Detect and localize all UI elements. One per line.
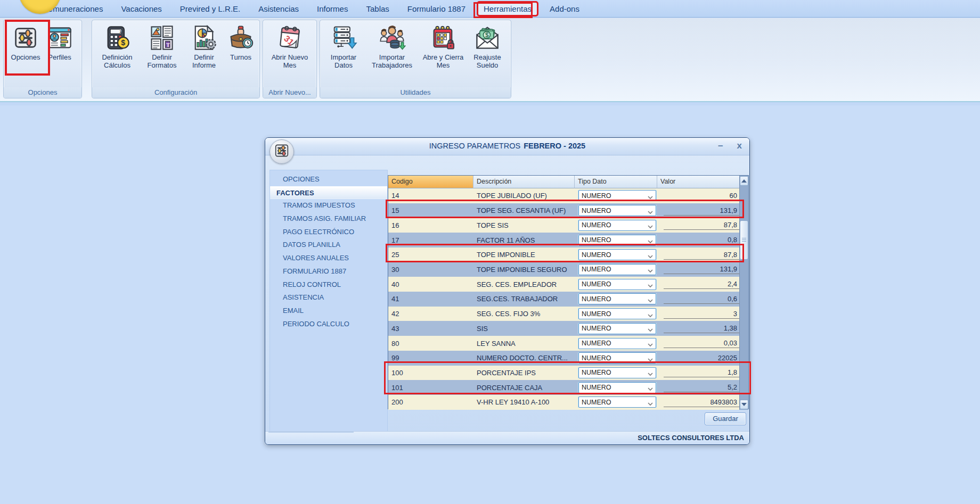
column-header-valor[interactable]: Valor xyxy=(657,176,740,188)
table-row-42[interactable]: 42SEG. CES. FIJO 3%NUMERO3 xyxy=(388,307,748,321)
chevron-down-icon xyxy=(648,282,653,286)
menu-item-previred-y-l-r-e[interactable]: Previred y L.R.E. xyxy=(175,3,246,15)
vertical-scrollbar[interactable] xyxy=(739,176,748,410)
sidebar-item-datos-planilla[interactable]: DATOS PLANILLA xyxy=(270,238,387,252)
valor-input[interactable]: 87,8 xyxy=(664,250,739,260)
tipo-dato-dropdown[interactable]: NUMERO xyxy=(578,338,656,349)
cell-valor: 22025 xyxy=(657,353,740,363)
cell-tipo-dato: NUMERO xyxy=(575,382,657,393)
cell-valor: 87,8 xyxy=(657,250,740,260)
valor-input[interactable]: 131,9 xyxy=(664,206,739,216)
menu-item-herramientas[interactable]: Herramientas xyxy=(478,3,537,15)
dialog-titlebar[interactable]: INGRESO PARAMETROSFEBRERO - 2025 – x xyxy=(265,138,749,155)
valor-input[interactable]: 0,03 xyxy=(664,338,739,348)
scroll-up-button[interactable] xyxy=(740,176,748,186)
ribbon-button-abre-y-cierra-mes[interactable]: Abre y Cierra Mes xyxy=(420,22,467,70)
ribbon-button-importar-trabajadores[interactable]: Importar Trabajadores xyxy=(364,22,420,70)
valor-input[interactable]: 22025 xyxy=(664,353,739,363)
close-button[interactable]: x xyxy=(737,140,742,152)
tipo-dato-dropdown[interactable]: NUMERO xyxy=(578,264,656,275)
ribbon-button-label: Reajuste Sueldo xyxy=(467,54,508,69)
valor-input[interactable]: 5,2 xyxy=(664,383,739,392)
tipo-dato-dropdown[interactable]: NUMERO xyxy=(578,190,656,201)
sidebar-item-pago-electr-nico[interactable]: PAGO ELECTRÓNICO xyxy=(270,226,387,239)
valor-input[interactable]: 60 xyxy=(664,191,739,201)
table-row-80[interactable]: 80LEY SANNANUMERO0,03 xyxy=(388,336,748,351)
menu-item-vacaciones[interactable]: Vacaciones xyxy=(116,3,167,15)
table-row-25[interactable]: 25TOPE IMPONIBLENUMERO87,8 xyxy=(388,247,748,262)
ribbon-button-importar-datos[interactable]: Importar Datos xyxy=(323,22,364,70)
ribbon-button-abrir-nuevo-mes[interactable]: 31Abrir Nuevo Mes xyxy=(264,22,315,70)
valor-input[interactable]: 3 xyxy=(664,309,739,319)
table-row-43[interactable]: 43SISNUMERO1,38 xyxy=(388,321,748,336)
tipo-dato-dropdown[interactable]: NUMERO xyxy=(578,382,656,393)
menu-item-asistencias[interactable]: Asistencias xyxy=(253,3,304,15)
ribbon-button-definir-formatos[interactable]: TDefinir Formatos xyxy=(140,22,184,70)
scrollbar-thumb[interactable] xyxy=(740,220,748,260)
sidebar-item-reloj-control[interactable]: RELOJ CONTROL xyxy=(270,278,387,292)
ribbon-button-definir-informe[interactable]: Definir Informe xyxy=(184,22,224,70)
sidebar-item-opciones[interactable]: OPCIONES xyxy=(270,173,387,186)
tipo-dato-dropdown[interactable]: NUMERO xyxy=(578,308,656,319)
table-row-15[interactable]: 15TOPE SEG. CESANTIA (UF)NUMERO131,9 xyxy=(388,203,748,218)
chevron-down-icon xyxy=(648,253,653,257)
ribbon-button-perfiles[interactable]: Perfiles xyxy=(43,22,77,63)
tipo-dato-dropdown[interactable]: NUMERO xyxy=(578,205,656,216)
menu-item-formulario-1887[interactable]: Formulario 1887 xyxy=(402,3,471,15)
sidebar-item-factores[interactable]: FACTORES xyxy=(270,186,387,200)
column-header-codigo[interactable]: Codigo xyxy=(388,176,473,188)
valor-input[interactable]: 87,8 xyxy=(664,220,739,230)
tipo-dato-dropdown[interactable]: NUMERO xyxy=(578,323,656,334)
ribbon-button-turnos[interactable]: Turnos xyxy=(224,22,257,63)
valor-input[interactable]: 0,8 xyxy=(664,235,739,245)
valor-input[interactable]: 1,38 xyxy=(664,324,739,333)
table-row-40[interactable]: 40SEG. CES. EMPLEADORNUMERO2,4 xyxy=(388,277,748,292)
chevron-down-icon xyxy=(648,341,653,345)
scroll-down-button[interactable] xyxy=(740,400,748,409)
valor-input[interactable]: 131,9 xyxy=(664,265,739,274)
ribbon-button-label: Definición Cálculos xyxy=(95,54,140,69)
calculator-icon: 1$ xyxy=(103,23,132,52)
menu-item-add-ons[interactable]: Add-ons xyxy=(544,3,585,15)
table-row-101[interactable]: 101PORCENTAJE CAJANUMERO5,2 xyxy=(388,380,748,395)
ribbon-button-opciones[interactable]: Opciones xyxy=(9,22,43,63)
table-row-100[interactable]: 100PORCENTAJE IPSNUMERO1,8 xyxy=(388,366,748,381)
minimize-button[interactable]: – xyxy=(718,140,723,152)
sidebar-item-tramos-asig-familiar[interactable]: TRAMOS ASIG. FAMILIAR xyxy=(270,212,387,226)
sidebar-item-formulario-1887[interactable]: FORMULARIO 1887 xyxy=(270,265,387,278)
sidebar-item-tramos-impuestos[interactable]: TRAMOS IMPUESTOS xyxy=(270,199,387,212)
sidebar-item-email[interactable]: EMAIL xyxy=(270,304,387,318)
table-row-99[interactable]: 99NUMERO DOCTO. CENTR...NUMERO22025 xyxy=(388,351,748,366)
column-header-tipo-dato[interactable]: Tipo Dato xyxy=(575,176,657,188)
table-row-200[interactable]: 200V-HR LEY 19410 A-100NUMERO8493803 xyxy=(388,395,748,410)
tipo-dato-dropdown[interactable]: NUMERO xyxy=(578,367,656,378)
ribbon-button-reajuste-sueldo[interactable]: $Reajuste Sueldo xyxy=(467,22,508,70)
ribbon-button-label: Abrir Nuevo Mes xyxy=(265,54,315,69)
tipo-dato-dropdown[interactable]: NUMERO xyxy=(578,293,656,304)
table-row-41[interactable]: 41SEG.CES. TRABAJADORNUMERO0,6 xyxy=(388,292,748,307)
tipo-dato-dropdown[interactable]: NUMERO xyxy=(578,235,656,246)
cell-valor: 0,6 xyxy=(657,294,740,304)
tipo-dato-dropdown[interactable]: NUMERO xyxy=(578,220,656,231)
tipo-dato-dropdown[interactable]: NUMERO xyxy=(578,352,656,363)
valor-input[interactable]: 1,8 xyxy=(664,368,739,377)
table-row-17[interactable]: 17FACTOR 11 AÑOSNUMERO0,8 xyxy=(388,233,748,247)
valor-input[interactable]: 2,4 xyxy=(664,279,739,289)
sidebar-item-periodo-calculo[interactable]: PERIODO CALCULO xyxy=(270,318,387,331)
column-header-descripci-n[interactable]: Descripción xyxy=(473,176,575,188)
save-button[interactable]: Guardar xyxy=(705,412,746,425)
table-row-14[interactable]: 14TOPE JUBILADO (UF)NUMERO60 xyxy=(388,188,748,203)
table-row-30[interactable]: 30TOPE IMPONIBLE SEGURONUMERO131,9 xyxy=(388,262,748,277)
menu-item-tablas[interactable]: Tablas xyxy=(361,3,394,15)
ribbon-group-abrir-nuevo: 31Abrir Nuevo MesAbrir Nuevo... xyxy=(263,20,317,98)
menu-item-informes[interactable]: Informes xyxy=(312,3,353,15)
sidebar-item-asistencia[interactable]: ASISTENCIA xyxy=(270,291,387,304)
valor-input[interactable]: 0,6 xyxy=(664,294,739,304)
table-row-16[interactable]: 16TOPE SISNUMERO87,8 xyxy=(388,218,748,233)
valor-input[interactable]: 8493803 xyxy=(664,398,739,407)
tipo-dato-dropdown[interactable]: NUMERO xyxy=(578,279,656,290)
ribbon-button-definici-n-c-lculos[interactable]: 1$Definición Cálculos xyxy=(94,22,140,70)
tipo-dato-dropdown[interactable]: NUMERO xyxy=(578,396,656,408)
sidebar-item-valores-anuales[interactable]: VALORES ANUALES xyxy=(270,252,387,265)
tipo-dato-dropdown[interactable]: NUMERO xyxy=(578,249,656,260)
